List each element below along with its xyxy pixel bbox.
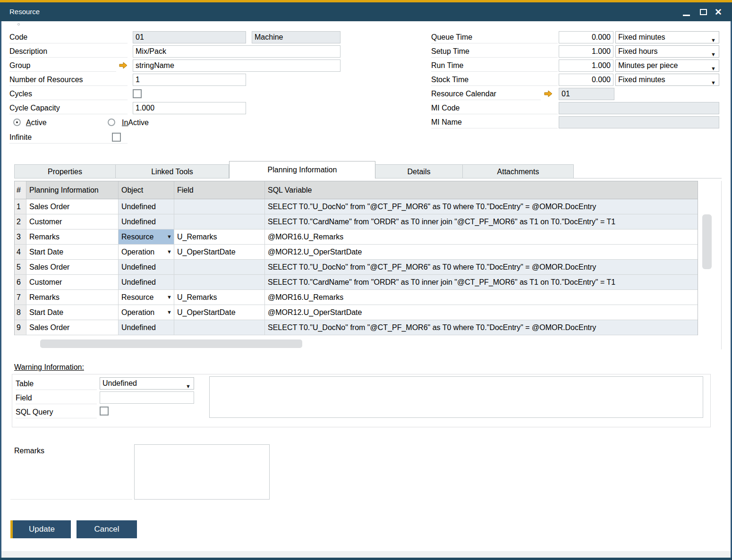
maximize-button[interactable] bbox=[696, 2, 710, 21]
object-cell[interactable]: Operation▼ bbox=[119, 245, 174, 259]
mi-name-field[interactable] bbox=[559, 116, 719, 128]
resource-calendar-field[interactable]: 01 bbox=[559, 88, 614, 100]
planning-information-cell[interactable]: Remarks bbox=[26, 290, 119, 305]
tab-linked-tools[interactable]: Linked Tools bbox=[116, 164, 229, 178]
window-bottom-border bbox=[0, 558, 732, 560]
field-cell[interactable] bbox=[174, 199, 265, 214]
run-time-unit-select[interactable]: Minutes per piece▼ bbox=[615, 59, 719, 72]
inactive-radio[interactable] bbox=[108, 119, 115, 126]
sql-variable-cell[interactable]: SELECT T0."U_DocNo" from "@CT_PF_MOR6" a… bbox=[265, 199, 698, 214]
planning-information-table: #Planning InformationObjectFieldSQL Vari… bbox=[14, 181, 698, 335]
stock-time-label: Stock Time bbox=[431, 74, 558, 86]
dropdown-arrow-icon: ▼ bbox=[711, 49, 716, 58]
sql-variable-cell[interactable]: SELECT T0."CardName" from "ORDR" as T0 i… bbox=[265, 214, 698, 229]
object-cell[interactable]: Undefined bbox=[119, 199, 174, 214]
field-cell[interactable]: U_OperStartDate bbox=[174, 305, 265, 320]
sql-query-checkbox[interactable] bbox=[100, 407, 109, 416]
tab-details[interactable]: Details bbox=[375, 164, 463, 178]
update-button[interactable]: Update bbox=[10, 520, 71, 538]
run-time-label: Run Time bbox=[431, 59, 558, 72]
queue-time-field[interactable]: 0.000 bbox=[559, 31, 613, 43]
tab-planning-information[interactable]: Planning Information bbox=[229, 161, 375, 178]
object-cell[interactable]: Undefined bbox=[119, 260, 174, 274]
warning-field-input[interactable] bbox=[100, 391, 194, 404]
remarks-label-block: Remarks bbox=[10, 444, 132, 500]
dropdown-arrow-icon: ▼ bbox=[711, 63, 716, 72]
close-button[interactable]: ✕ bbox=[711, 2, 725, 21]
table-row: 5Sales OrderUndefinedSELECT T0."U_DocNo"… bbox=[15, 260, 698, 275]
planning-information-cell[interactable]: Customer bbox=[26, 275, 119, 289]
remarks-text-area[interactable] bbox=[134, 444, 270, 500]
field-cell[interactable]: U_Remarks bbox=[174, 229, 265, 244]
sql-variable-cell[interactable]: @MOR16.U_Remarks bbox=[265, 290, 698, 305]
run-time-field[interactable]: 1.000 bbox=[559, 59, 613, 72]
dropdown-arrow-icon: ▼ bbox=[167, 305, 172, 320]
object-cell[interactable]: Resource▼ bbox=[119, 290, 174, 305]
infinite-checkbox[interactable] bbox=[112, 133, 121, 142]
row-number-cell: 2 bbox=[15, 214, 26, 229]
tab-properties[interactable]: Properties bbox=[14, 164, 116, 178]
field-cell[interactable] bbox=[174, 320, 265, 335]
tab-attachments[interactable]: Attachments bbox=[463, 164, 574, 178]
field-cell[interactable]: U_Remarks bbox=[174, 290, 265, 305]
setup-time-unit-select[interactable]: Fixed hours▼ bbox=[615, 45, 719, 58]
object-cell[interactable]: Undefined bbox=[119, 320, 174, 335]
minimize-button[interactable] bbox=[679, 2, 693, 21]
table-row: 4Start DateOperation▼U_OperStartDate@MOR… bbox=[15, 245, 698, 260]
inactive-radio-label: InActive bbox=[122, 118, 149, 128]
column-header-sql-variable: SQL Variable bbox=[265, 181, 698, 199]
sql-variable-cell[interactable]: @MOR16.U_Remarks bbox=[265, 229, 698, 244]
object-cell[interactable]: Resource▼ bbox=[119, 229, 174, 244]
sql-variable-cell[interactable]: SELECT T0."U_DocNo" from "@CT_PF_MOR6" a… bbox=[265, 260, 698, 274]
resource-type-field[interactable]: Machine bbox=[252, 31, 340, 43]
warning-query-text-area[interactable] bbox=[209, 376, 703, 418]
cycle-capacity-field[interactable]: 1.000 bbox=[133, 102, 246, 114]
group-link-arrow-icon[interactable] bbox=[119, 62, 128, 69]
stock-time-field[interactable]: 0.000 bbox=[559, 74, 613, 86]
description-field[interactable]: Mix/Pack bbox=[133, 45, 340, 58]
object-cell[interactable]: Undefined bbox=[119, 275, 174, 289]
cycles-checkbox[interactable] bbox=[133, 89, 142, 98]
warning-table-select[interactable]: Undefined▼ bbox=[100, 377, 194, 390]
planning-information-cell[interactable]: Sales Order bbox=[26, 199, 119, 214]
group-field[interactable]: stringName bbox=[133, 59, 340, 72]
planning-information-cell[interactable]: Start Date bbox=[26, 305, 119, 320]
planning-information-cell[interactable]: Start Date bbox=[26, 245, 119, 259]
number-of-resources-field[interactable]: 1 bbox=[133, 74, 246, 86]
stock-time-unit-select[interactable]: Fixed minutes▼ bbox=[615, 74, 719, 86]
infinite-label: Infinite bbox=[9, 131, 128, 144]
tab-bar: PropertiesLinked ToolsPlanning Informati… bbox=[14, 161, 574, 178]
resource-calendar-label: Resource Calendar bbox=[431, 88, 541, 100]
dropdown-arrow-icon: ▼ bbox=[711, 34, 716, 43]
field-cell[interactable] bbox=[174, 275, 265, 289]
row-number-cell: 1 bbox=[15, 199, 26, 214]
vertical-scrollbar-thumb[interactable] bbox=[702, 214, 712, 269]
horizontal-scrollbar-thumb[interactable] bbox=[40, 339, 302, 348]
field-cell[interactable] bbox=[174, 214, 265, 229]
sql-variable-cell[interactable]: SELECT T0."U_DocNo" from "@CT_PF_MOR6" a… bbox=[265, 320, 698, 335]
table-row: 9Sales OrderUndefinedSELECT T0."U_DocNo"… bbox=[15, 320, 698, 335]
active-radio[interactable] bbox=[13, 119, 21, 126]
resource-calendar-link-arrow-icon[interactable] bbox=[544, 90, 553, 97]
sql-variable-cell[interactable]: @MOR12.U_OperStartDate bbox=[265, 305, 698, 320]
field-cell[interactable] bbox=[174, 260, 265, 274]
warning-information-title: Warning Information: bbox=[14, 363, 84, 372]
planning-information-cell[interactable]: Customer bbox=[26, 214, 119, 229]
panel-right-border bbox=[721, 181, 722, 349]
sql-variable-cell[interactable]: SELECT T0."CardName" from "ORDR" as T0 i… bbox=[265, 275, 698, 289]
field-cell[interactable]: U_OperStartDate bbox=[174, 245, 265, 259]
object-cell[interactable]: Operation▼ bbox=[119, 305, 174, 320]
sql-variable-cell[interactable]: @MOR12.U_OperStartDate bbox=[265, 245, 698, 259]
object-cell[interactable]: Undefined bbox=[119, 214, 174, 229]
planning-information-cell[interactable]: Sales Order bbox=[26, 260, 119, 274]
code-field[interactable]: 01 bbox=[133, 31, 246, 43]
queue-time-unit-select[interactable]: Fixed minutes▼ bbox=[615, 31, 719, 43]
table-row: 3RemarksResource▼U_Remarks@MOR16.U_Remar… bbox=[15, 229, 698, 245]
cancel-button[interactable]: Cancel bbox=[77, 520, 137, 538]
planning-table-header: #Planning InformationObjectFieldSQL Vari… bbox=[15, 181, 698, 199]
planning-information-cell[interactable]: Sales Order bbox=[26, 320, 119, 335]
warning-field-label: Field bbox=[16, 392, 97, 404]
planning-information-cell[interactable]: Remarks bbox=[26, 229, 119, 244]
mi-code-field[interactable] bbox=[559, 102, 719, 114]
setup-time-field[interactable]: 1.000 bbox=[559, 45, 613, 58]
